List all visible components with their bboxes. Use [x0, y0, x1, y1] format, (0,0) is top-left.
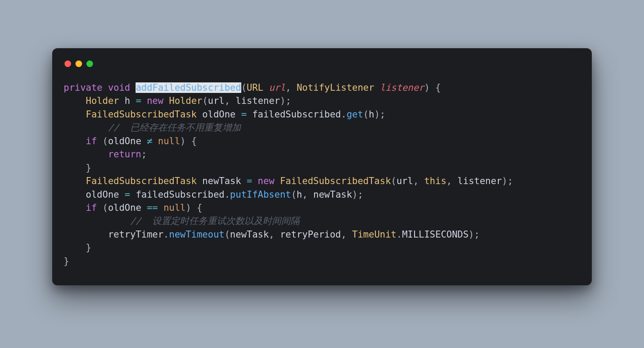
code-window: private void addFailedSubscribed(URL url…: [52, 48, 592, 285]
paren-close: ): [280, 96, 286, 106]
semicolon: ;: [286, 96, 291, 106]
code-block: private void addFailedSubscribed(URL url…: [64, 81, 580, 268]
semicolon: ;: [141, 149, 147, 160]
arg: url: [208, 96, 225, 106]
paren-close: ): [374, 109, 380, 120]
obj: failedSubscribed: [252, 109, 341, 120]
param-name: url: [269, 82, 286, 93]
dot: .: [341, 109, 347, 120]
brace-close: }: [64, 256, 69, 266]
close-icon[interactable]: [64, 60, 71, 67]
op-eq: ==: [147, 202, 158, 213]
comma: ,: [225, 96, 230, 106]
obj: failedSubscribed: [136, 189, 224, 200]
var: oldOne: [202, 109, 236, 120]
minimize-icon[interactable]: [75, 60, 82, 67]
lhs: oldOne: [86, 189, 119, 200]
keyword-void: void: [108, 82, 130, 93]
paren-close: ): [352, 189, 358, 200]
arg: newTask: [230, 229, 269, 240]
paren-open: (: [291, 189, 297, 200]
dot: .: [225, 189, 230, 200]
paren-close: ): [180, 136, 186, 146]
type: FailedSubscribedTask: [86, 176, 197, 186]
param-type: URL: [247, 82, 263, 93]
keyword-new: new: [147, 96, 164, 106]
brace-close: }: [86, 242, 92, 253]
comma: ,: [341, 229, 347, 240]
null-literal: null: [164, 202, 186, 213]
function-name-highlighted: addFailedSubscribed: [136, 82, 241, 93]
lhs: oldOne: [108, 136, 141, 146]
arg: h: [297, 189, 302, 200]
null-literal: null: [158, 136, 180, 146]
paren-open: (: [103, 202, 108, 213]
method: get: [347, 109, 363, 120]
paren-close: ): [502, 176, 508, 186]
paren-open: (: [391, 176, 397, 186]
type: FailedSubscribedTask: [86, 109, 197, 120]
arg: listener: [458, 176, 502, 186]
paren-open: (: [363, 109, 369, 120]
brace-open: {: [191, 136, 197, 146]
op-assign: =: [125, 189, 130, 200]
comment: // 已经存在任务不用重复增加: [108, 122, 241, 133]
comma: ,: [286, 82, 291, 93]
brace-close: }: [86, 163, 92, 173]
method: putIfAbsent: [230, 189, 291, 200]
comma: ,: [269, 229, 275, 240]
keyword-if: if: [86, 136, 97, 146]
ctor: Holder: [169, 96, 202, 106]
keyword-private: private: [64, 82, 103, 93]
paren-open: (: [202, 96, 208, 106]
op-assign: =: [247, 176, 252, 186]
dot: .: [397, 229, 402, 240]
comma: ,: [447, 176, 452, 186]
brace-open: {: [435, 82, 441, 93]
arg: listener: [236, 96, 280, 106]
semicolon: ;: [474, 229, 480, 240]
keyword-return: return: [108, 149, 141, 160]
op-assign: =: [241, 109, 247, 120]
paren-open: (: [225, 229, 230, 240]
paren-open: (: [103, 136, 108, 146]
arg: h: [369, 109, 374, 120]
dot: .: [164, 229, 169, 240]
semicolon: ;: [380, 109, 386, 120]
ctor: FailedSubscribedTask: [280, 176, 391, 186]
arg: url: [397, 176, 413, 186]
arg: newTask: [313, 189, 352, 200]
paren-close: ): [424, 82, 430, 93]
keyword-if: if: [86, 202, 97, 213]
semicolon: ;: [358, 189, 363, 200]
var: h: [125, 96, 130, 106]
semicolon: ;: [508, 176, 513, 186]
method: newTimeout: [169, 229, 224, 240]
arg: retryPeriod: [280, 229, 341, 240]
paren-open: (: [241, 82, 247, 93]
paren-close: ): [469, 229, 474, 240]
param-name: listener: [380, 82, 424, 93]
paren-close: ): [186, 202, 191, 213]
comma: ,: [413, 176, 419, 186]
var: newTask: [202, 176, 241, 186]
param-type: NotifyListener: [297, 82, 374, 93]
enum-field: MILLISECONDS: [402, 229, 469, 240]
brace-open: {: [197, 202, 203, 213]
enum-type: TimeUnit: [352, 229, 397, 240]
comma: ,: [302, 189, 308, 200]
op-neq: ≠: [147, 136, 153, 146]
window-titlebar: [64, 60, 580, 81]
obj: retryTimer: [108, 229, 163, 240]
comment: // 设置定时任务重试次数以及时间间隔: [130, 216, 300, 226]
keyword-new: new: [258, 176, 275, 186]
type: Holder: [86, 96, 119, 106]
op-assign: =: [136, 96, 141, 106]
keyword-this: this: [424, 176, 447, 186]
lhs: oldOne: [108, 202, 141, 213]
zoom-icon[interactable]: [86, 60, 93, 67]
